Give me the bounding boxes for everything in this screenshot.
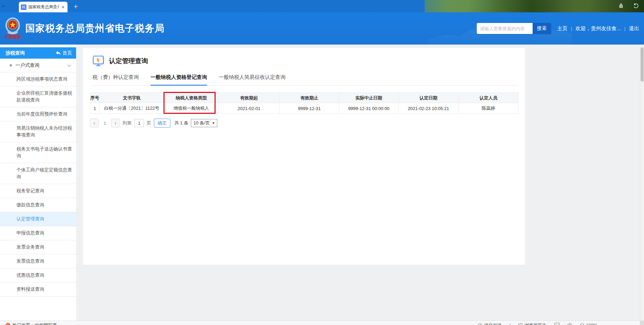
pagination: ‹ 1 › 到第 页 确定 共 1 条 10 条/页 ▼ bbox=[90, 119, 518, 128]
status-divider: | bbox=[509, 323, 510, 325]
search-input[interactable] bbox=[477, 23, 533, 34]
logout-link[interactable]: 退出 bbox=[629, 25, 639, 32]
new-tab-button[interactable]: ＋ bbox=[72, 2, 79, 11]
goto-suffix-label: 页 bbox=[147, 120, 151, 126]
table-cell: 2021-02-23 10:05:21 bbox=[399, 103, 459, 114]
sidebar-item[interactable]: 企业所得税汇算清缴多缴税款退税查询 bbox=[0, 86, 76, 107]
page-size-select[interactable]: 10 条/页 ▼ bbox=[191, 119, 217, 127]
tax-bureau-logo: 中国税务 bbox=[3, 17, 23, 40]
logo-caption: 中国税务 bbox=[4, 34, 21, 40]
next-page-button[interactable]: › bbox=[111, 119, 120, 128]
select-caret-icon: ▼ bbox=[212, 121, 215, 125]
page-title: 认定管理查询 bbox=[109, 57, 148, 65]
hot-recommend-link[interactable]: 热门推荐：中华网军事 bbox=[12, 322, 57, 325]
total-count-label: 共 1 条 bbox=[174, 120, 188, 126]
zoom-level-button[interactable]: 100% bbox=[580, 323, 597, 325]
national-emblem-icon bbox=[4, 17, 22, 35]
browser-tab-title: 国家税务总局贵州省电子税务局 bbox=[28, 4, 59, 10]
table-header-cell: 纳税人资格类型 bbox=[164, 93, 219, 103]
tab[interactable]: 一般纳税人资格登记查询 bbox=[150, 74, 207, 86]
tab-close-icon[interactable]: ✕ bbox=[61, 5, 65, 10]
hot-recommend-icon: 热 bbox=[5, 323, 10, 325]
table-cell: 白税一分通〔2021〕1122号 bbox=[100, 103, 164, 114]
sidebar-group-label: 一户式查询 bbox=[15, 62, 39, 69]
table-cell: 9999-12-31 00:00:00 bbox=[339, 103, 399, 114]
table-header-cell: 实际中止日期 bbox=[339, 93, 399, 103]
table-cell: 1 bbox=[90, 103, 100, 114]
table-header-cell: 有效期止 bbox=[280, 93, 339, 103]
goto-page-input[interactable] bbox=[134, 119, 144, 127]
sidebar-menu: 跨区域涉税事项状态查询企业所得税汇算清缴多缴税款退税查询当前年度信用预评价查询简… bbox=[0, 72, 76, 297]
table-cell: 2021-02-01 bbox=[219, 103, 280, 114]
browser-theme-background bbox=[425, 0, 644, 12]
tax-favicon-icon: 税 bbox=[21, 4, 26, 10]
sidebar-group-yihu[interactable]: 一户式查询 bbox=[0, 59, 76, 72]
table-header-cell: 序号 bbox=[90, 93, 100, 103]
table-header-row: 序号文书字轨纳税人资格类型有效期起有效期止实际中止日期认定日期认定人员 bbox=[90, 93, 519, 103]
tab[interactable]: 税（费）种认定查询 bbox=[93, 74, 139, 85]
prev-page-button[interactable]: ‹ bbox=[90, 119, 99, 128]
link-separator: | bbox=[571, 26, 572, 31]
confirm-button[interactable]: 确定 bbox=[154, 119, 170, 128]
browser-tab[interactable]: 税 国家税务总局贵州省电子税务局 ✕ bbox=[19, 2, 68, 12]
tab-strip: 税（费）种认定查询一般纳税人资格登记查询一般纳税人简易征收认定查询 bbox=[93, 74, 518, 86]
sidebar-item[interactable]: 简易注销纳税人未办结涉税事项查询 bbox=[0, 121, 76, 142]
sidebar-item[interactable]: 当前年度信用预评价查询 bbox=[0, 107, 76, 121]
table-header-cell: 认定日期 bbox=[399, 93, 459, 103]
undo-restore-icon[interactable] bbox=[633, 3, 639, 9]
sidebar-item[interactable]: 跨区域涉税事项状态查询 bbox=[0, 72, 76, 86]
site-title: 国家税务总局贵州省电子税务局 bbox=[25, 22, 165, 35]
sidebar-item[interactable]: 缴款信息查询 bbox=[0, 198, 76, 212]
browser-status-bar: 热 热门推荐：中华网军事 优化加速 | 浏览器医生 100% bbox=[0, 321, 644, 325]
sidebar-title: 涉税查询 bbox=[5, 50, 25, 56]
shield-plus-icon bbox=[518, 323, 523, 325]
table-header-cell: 有效期起 bbox=[219, 93, 280, 103]
sidebar: 涉税查询 首页 一户式查询 跨区域涉税事项状态查询企业所得税汇算清缴多缴税款退税… bbox=[0, 45, 76, 321]
table-header-cell: 认定人员 bbox=[459, 93, 519, 103]
chevron-down-icon bbox=[67, 63, 71, 68]
result-table-wrap: 序号文书字轨纳税人资格类型有效期起有效期止实际中止日期认定日期认定人员 1白税一… bbox=[90, 93, 518, 128]
goto-prefix-label: 到第 bbox=[123, 120, 132, 126]
clean-brush-icon[interactable] bbox=[618, 3, 624, 9]
search-button[interactable]: 搜索 bbox=[533, 23, 551, 34]
header-search: 搜索 bbox=[477, 23, 551, 34]
sidebar-item[interactable]: 发票业务查询 bbox=[0, 240, 76, 254]
main-area: 认定管理查询 税（费）种认定查询一般纳税人资格登记查询一般纳税人简易征收认定查询… bbox=[76, 45, 644, 321]
welcome-user-text: 欢迎，贵州友佳食... bbox=[575, 25, 621, 32]
zoom-circle-icon bbox=[580, 323, 584, 325]
table-cell: 增值税一般纳税人 bbox=[164, 103, 219, 114]
browser-doctor-button[interactable]: 浏览器医生 bbox=[518, 322, 547, 325]
speedup-button[interactable]: 优化加速 bbox=[477, 322, 502, 325]
picture-mode-icon[interactable] bbox=[554, 323, 560, 325]
browser-edge-arrow-icon[interactable]: ◄ bbox=[1, 4, 5, 8]
page-size-value: 10 条/页 bbox=[193, 120, 210, 126]
monitor-cursor-icon bbox=[93, 56, 105, 67]
sidebar-home-button[interactable]: 首页 bbox=[56, 50, 72, 56]
speaker-icon[interactable] bbox=[567, 323, 572, 325]
sidebar-header: 涉税查询 首页 bbox=[0, 47, 76, 59]
scrollbar-corner bbox=[640, 321, 644, 325]
table-header-cell: 文书字轨 bbox=[100, 93, 164, 103]
vertical-scrollbar[interactable] bbox=[640, 45, 644, 321]
scrollbar-thumb[interactable] bbox=[641, 47, 644, 82]
speedup-icon bbox=[477, 323, 482, 325]
sidebar-home-label: 首页 bbox=[62, 50, 72, 56]
table-row: 1白税一分通〔2021〕1122号增值税一般纳税人2021-02-019999-… bbox=[90, 103, 519, 114]
sidebar-item[interactable]: 优惠信息查询 bbox=[0, 268, 76, 282]
sidebar-item[interactable]: 税务登记查询 bbox=[0, 184, 76, 198]
link-separator: | bbox=[624, 26, 625, 31]
sidebar-item[interactable]: 资料报送查询 bbox=[0, 282, 76, 297]
sidebar-item[interactable]: 个体工商户核定定额信息查询 bbox=[0, 163, 76, 184]
home-link[interactable]: 主页 bbox=[557, 25, 568, 32]
sidebar-item[interactable]: 发票信息查询 bbox=[0, 254, 76, 268]
sidebar-item[interactable]: 认定管理查询 bbox=[0, 212, 76, 226]
tab[interactable]: 一般纳税人简易征收认定查询 bbox=[219, 74, 285, 85]
site-header: 中国税务 国家税务总局贵州省电子税务局 搜索 主页 | 欢迎，贵州友佳食... … bbox=[0, 12, 644, 45]
query-card: 认定管理查询 税（费）种认定查询一般纳税人资格登记查询一般纳税人简易征收认定查询… bbox=[83, 48, 525, 265]
current-page-number[interactable]: 1 bbox=[101, 121, 108, 126]
table-cell: 9999-12-31 bbox=[280, 103, 339, 114]
browser-tab-bar: ◄ 税 国家税务总局贵州省电子税务局 ✕ ＋ bbox=[0, 0, 644, 12]
sidebar-item[interactable]: 税务文书电子送达确认书查询 bbox=[0, 142, 76, 163]
sidebar-item[interactable]: 申报信息查询 bbox=[0, 226, 76, 240]
table-cell: 陈蕊婷 bbox=[459, 103, 519, 114]
